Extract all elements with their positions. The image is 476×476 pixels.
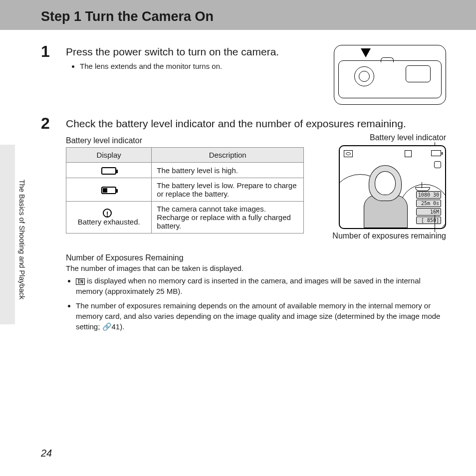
flag-icon bbox=[434, 161, 441, 168]
th-description: Description bbox=[152, 148, 304, 163]
chapter-label: The Basics of Shooting and Playback bbox=[18, 180, 26, 299]
step-2: 2 Check the battery level indicator and … bbox=[41, 117, 446, 336]
exposures-bullet-1: IN is displayed when no memory card is i… bbox=[76, 275, 446, 296]
exposures-title: Number of Exposures Remaining bbox=[66, 253, 446, 262]
exposures-bullet-2: The number of exposures remaining depend… bbox=[76, 300, 446, 332]
row1-desc: The battery level is high. bbox=[152, 163, 304, 178]
battery-low-icon bbox=[101, 187, 116, 194]
step-1-instruction: Press the power switch to turn on the ca… bbox=[66, 45, 324, 58]
step-2-number: 2 bbox=[41, 115, 66, 336]
page-number: 24 bbox=[41, 448, 52, 459]
arrow-down-icon bbox=[361, 48, 371, 57]
screen-readouts: 1080 30 25m 0s 16M [ 850] bbox=[416, 190, 441, 224]
row2-desc: The battery level is low. Prepare to cha… bbox=[152, 178, 304, 201]
side-tab bbox=[0, 145, 15, 324]
screen-label-bottom: Number of exposures remaining bbox=[324, 231, 446, 240]
lcd-screen-illustration: 1080 30 25m 0s 16M [ 850] bbox=[339, 145, 446, 229]
section-header: Step 1 Turn the Camera On bbox=[0, 0, 476, 30]
power-dial-icon bbox=[354, 66, 374, 86]
face-detect-icon bbox=[405, 150, 412, 157]
battery-status-icon bbox=[431, 150, 441, 156]
table-caption: Battery level indicator bbox=[66, 136, 304, 145]
step-1-number: 1 bbox=[41, 43, 66, 105]
camera-top-illustration bbox=[334, 45, 446, 105]
row3-desc: The camera cannot take images. Recharge … bbox=[152, 201, 304, 233]
section-title: Step 1 Turn the Camera On bbox=[41, 9, 476, 24]
table-row: The battery level is high. bbox=[66, 163, 304, 178]
warning-icon: ! bbox=[103, 209, 112, 218]
battery-table: Display Description The battery level is… bbox=[66, 147, 304, 234]
table-row: ! Battery exhausted. The camera cannot t… bbox=[66, 201, 304, 233]
camera-mode-icon bbox=[344, 150, 353, 157]
row3-display: Battery exhausted. bbox=[78, 218, 140, 226]
exposures-lead: The number of images that can be taken i… bbox=[66, 264, 446, 272]
table-row: The battery level is low. Prepare to cha… bbox=[66, 178, 304, 201]
internal-memory-icon: IN bbox=[76, 278, 85, 285]
reference-icon: 🔗 bbox=[102, 322, 112, 331]
step-1-bullet: The lens extends and the monitor turns o… bbox=[80, 61, 324, 71]
exposures-section: Number of Exposures Remaining The number… bbox=[66, 253, 446, 332]
battery-high-icon bbox=[101, 167, 116, 175]
screen-label-top: Battery level indicator bbox=[324, 133, 446, 142]
step-2-instruction: Check the battery level indicator and th… bbox=[66, 117, 446, 130]
step-1: 1 Press the power switch to turn on the … bbox=[41, 45, 446, 105]
th-display: Display bbox=[66, 148, 152, 163]
